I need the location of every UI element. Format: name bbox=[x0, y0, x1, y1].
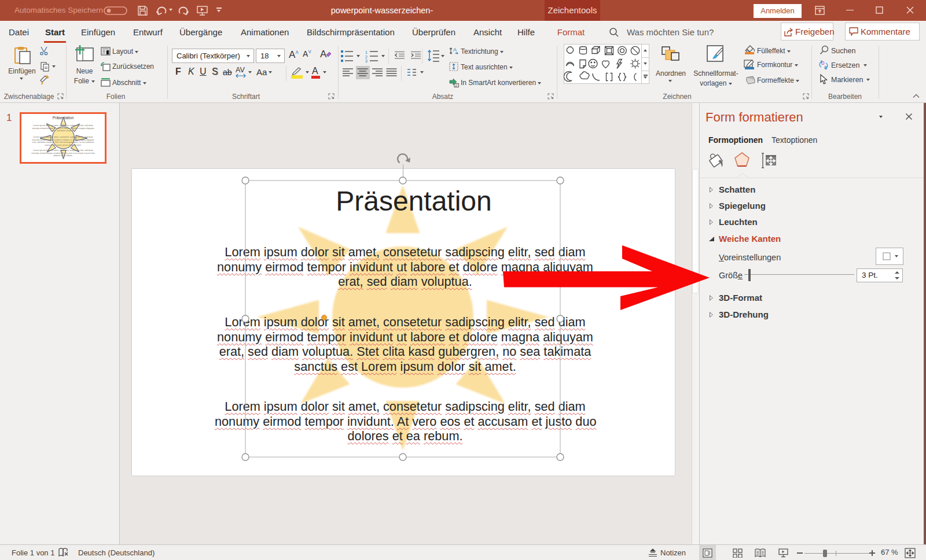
svg-text:nonumy eirmod tempor invidunt.: nonumy eirmod tempor invidunt. At vero e… bbox=[31, 152, 94, 154]
svg-text:2: 2 bbox=[365, 55, 368, 59]
svg-text:Lorem ipsum dolor sit amet, co: Lorem ipsum dolor sit amet, consetetur s… bbox=[33, 149, 93, 152]
svg-text:erat, sed diam voluptua. Stet: erat, sed diam voluptua. Stet clita kasd… bbox=[32, 141, 94, 143]
svg-text:Lorem ipsum dolor sit amet, co: Lorem ipsum dolor sit amet, consetetur s… bbox=[33, 124, 93, 127]
svg-text:A: A bbox=[453, 47, 457, 53]
svg-text:dolores et ea rebum.: dolores et ea rebum. bbox=[54, 154, 73, 157]
svg-text:nonumy eirmod tempor invidunt: nonumy eirmod tempor invidunt ut labore … bbox=[32, 139, 94, 141]
svg-text:3: 3 bbox=[365, 59, 368, 62]
svg-text:erat, sed diam voluptua.: erat, sed diam voluptua. bbox=[52, 130, 74, 132]
svg-text:1: 1 bbox=[365, 50, 368, 54]
svg-text:Lorem ipsum dolor sit amet, co: Lorem ipsum dolor sit amet, consetetur s… bbox=[33, 136, 93, 138]
svg-text:nonumy eirmod tempor invidunt: nonumy eirmod tempor invidunt ut labore … bbox=[32, 127, 94, 130]
svg-text:sanctus est Lorem ipsum dolor: sanctus est Lorem ipsum dolor sit amet. bbox=[45, 144, 82, 146]
